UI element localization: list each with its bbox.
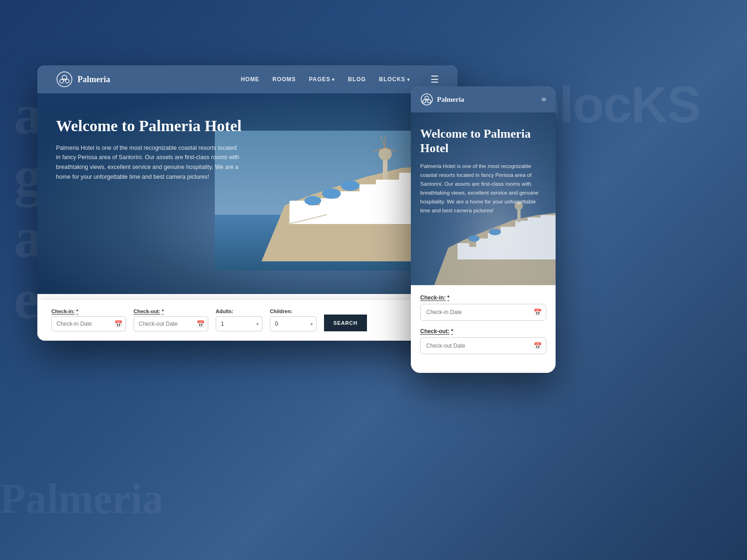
- svg-rect-35: [515, 221, 529, 259]
- svg-point-38: [468, 235, 479, 242]
- nav-blocks[interactable]: BLOCKS: [379, 76, 410, 83]
- children-field: Children: 0 1 2 3 ▾: [270, 308, 317, 331]
- adults-select[interactable]: 1 2 3 4: [216, 316, 262, 331]
- desktop-nav-links: HOME ROOMS PAGES BLOG BLOCKS ☰: [241, 74, 439, 85]
- mobile-checkout-label: Check-out: *: [420, 328, 546, 335]
- svg-point-2: [60, 79, 63, 83]
- mobile-mockup: Palmeria ≡: [411, 86, 556, 373]
- svg-point-28: [428, 100, 431, 103]
- mobile-logo-area[interactable]: Palmeria: [420, 93, 464, 106]
- checkin-field: Check-in: * 📅: [51, 308, 126, 331]
- svg-rect-12: [376, 180, 402, 224]
- adults-select-wrapper: 1 2 3 4 ▾: [216, 316, 262, 331]
- mobile-hero: Welcome to Palmeria Hotel Palmeria Hotel…: [411, 112, 556, 285]
- children-select-wrapper: 0 1 2 3 ▾: [270, 316, 317, 331]
- svg-rect-32: [476, 238, 489, 259]
- mobile-hamburger-icon[interactable]: ≡: [542, 95, 546, 105]
- mobile-booking-card: Check-in: * 📅 Check-out: * 📅: [411, 285, 556, 373]
- svg-rect-34: [500, 227, 517, 259]
- checkout-field: Check-out: * 📅: [134, 308, 208, 331]
- nav-pages[interactable]: PAGES: [309, 76, 335, 83]
- palmeria-watermark: Palmeria: [0, 475, 163, 523]
- svg-rect-33: [488, 233, 502, 259]
- children-label: Children:: [270, 308, 317, 314]
- mobile-checkin-group: Check-in: * 📅: [420, 294, 546, 321]
- svg-point-18: [341, 181, 359, 191]
- nav-rooms[interactable]: ROOMS: [273, 76, 296, 83]
- svg-rect-8: [306, 205, 322, 224]
- checkin-input-wrapper[interactable]: 📅: [51, 316, 126, 331]
- desktop-navbar: Palmeria HOME ROOMS PAGES BLOG BLOCKS ☰: [37, 65, 458, 93]
- desktop-hero: Welcome to Palmeria Hotel Palmeria Hotel…: [37, 93, 458, 294]
- desktop-logo-text: Palmeria: [78, 75, 110, 84]
- mobile-logo-text: Palmeria: [437, 96, 464, 104]
- desktop-hero-description: Palmeria Hotel is one of the most recogn…: [56, 143, 243, 182]
- svg-point-26: [425, 96, 429, 100]
- mobile-checkout-group: Check-out: * 📅: [420, 328, 546, 354]
- svg-point-27: [423, 100, 426, 103]
- mobile-hero-description: Palmeria Hotel is one of the most recogn…: [420, 162, 546, 215]
- svg-point-25: [421, 94, 432, 105]
- nav-blog[interactable]: BLOG: [348, 76, 366, 83]
- search-button[interactable]: SEARCH: [324, 315, 367, 331]
- svg-rect-11: [359, 184, 378, 224]
- svg-point-3: [65, 79, 69, 83]
- mobile-checkin-label: Check-in: *: [420, 294, 546, 301]
- desktop-hero-title: Welcome to Palmeria Hotel: [56, 117, 243, 136]
- mobile-checkin-input[interactable]: [420, 304, 546, 321]
- svg-point-0: [57, 72, 72, 87]
- checkout-label: Check-out: *: [134, 308, 208, 314]
- svg-point-16: [304, 196, 321, 205]
- desktop-booking-fields: Check-in: * 📅 Check-out: * 📅 Adul: [51, 308, 444, 331]
- svg-point-29: [426, 99, 428, 100]
- svg-rect-9: [320, 198, 341, 224]
- svg-point-1: [62, 75, 67, 80]
- desktop-booking-bar: Check-in: * 📅 Check-out: * 📅 Adul: [37, 300, 458, 341]
- mobile-checkin-input-wrapper[interactable]: 📅: [420, 304, 546, 321]
- mobile-navbar: Palmeria ≡: [411, 86, 556, 112]
- checkin-label: Check-in: *: [51, 308, 126, 314]
- desktop-hamburger-icon[interactable]: ☰: [430, 74, 439, 85]
- children-select[interactable]: 0 1 2 3: [270, 316, 317, 331]
- svg-point-17: [322, 189, 341, 199]
- desktop-hero-content: Welcome to Palmeria Hotel Palmeria Hotel…: [37, 93, 261, 191]
- mobile-checkout-input[interactable]: [420, 337, 546, 354]
- desktop-mockup: Palmeria HOME ROOMS PAGES BLOG BLOCKS ☰: [37, 65, 458, 341]
- svg-rect-10: [338, 191, 362, 224]
- adults-label: Adults:: [216, 308, 262, 314]
- mobile-hero-content: Welcome to Palmeria Hotel Palmeria Hotel…: [411, 112, 556, 224]
- desktop-logo-icon: [56, 71, 73, 88]
- adults-field: Adults: 1 2 3 4 ▾: [216, 308, 262, 331]
- mobile-checkout-input-wrapper[interactable]: 📅: [420, 337, 546, 354]
- desktop-logo-area[interactable]: Palmeria: [56, 71, 110, 88]
- mobile-logo-icon: [420, 93, 433, 106]
- checkout-input-wrapper[interactable]: 📅: [134, 316, 208, 331]
- mobile-hero-title: Welcome to Palmeria Hotel: [420, 126, 546, 155]
- svg-point-39: [489, 229, 501, 235]
- svg-rect-30: [458, 243, 469, 259]
- checkin-input[interactable]: [51, 316, 126, 331]
- checkout-input[interactable]: [134, 316, 208, 331]
- nav-home[interactable]: HOME: [241, 76, 260, 83]
